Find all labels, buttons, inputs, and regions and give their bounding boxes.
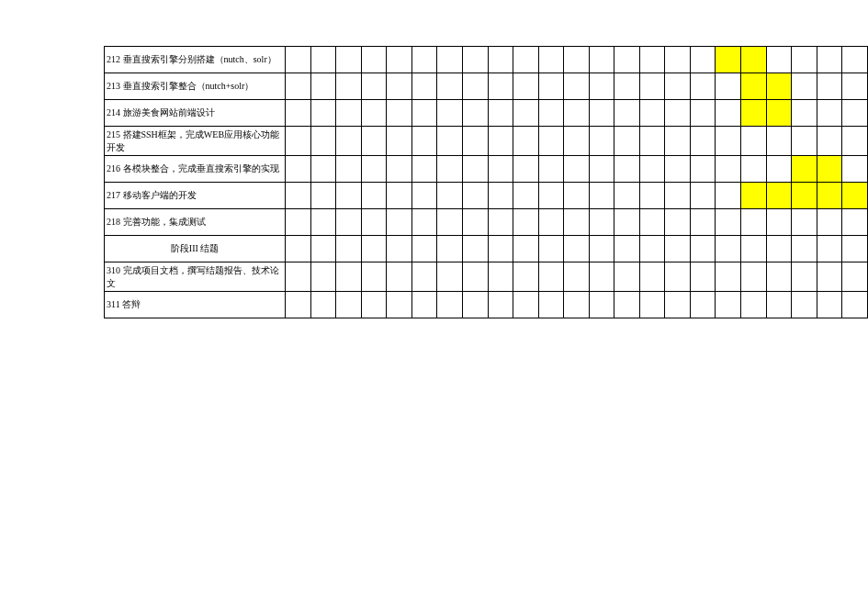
cell: [589, 292, 614, 318]
cell: [740, 156, 766, 183]
cell: [310, 73, 336, 100]
cell: [665, 100, 691, 127]
cell: [690, 47, 716, 73]
cell: [336, 73, 362, 100]
cell: [538, 156, 564, 183]
cell: [387, 73, 412, 100]
cell: [614, 209, 640, 236]
cell: [310, 183, 336, 209]
cell: [513, 127, 539, 156]
cell: [538, 292, 564, 318]
cell: [639, 100, 665, 127]
cell: [690, 183, 716, 209]
table-row: 310 完成项目文档，撰写结题报告、技术论文: [105, 262, 868, 292]
cell: [817, 100, 842, 127]
cell: [336, 47, 362, 73]
cell: [792, 209, 817, 236]
cell: [766, 236, 792, 262]
cell-highlight: [740, 100, 766, 127]
cell: [361, 292, 387, 318]
cell-highlight: [842, 183, 868, 209]
cell: [716, 236, 741, 262]
cell: [690, 73, 716, 100]
cell: [792, 73, 817, 100]
cell: [411, 156, 437, 183]
cell: [614, 292, 640, 318]
table-row: 阶段III 结题: [105, 236, 868, 262]
cell: [286, 100, 311, 127]
cell: [716, 100, 741, 127]
cell-highlight: [766, 100, 792, 127]
cell: [387, 127, 412, 156]
cell: [817, 292, 842, 318]
cell: [716, 262, 741, 292]
cell: [614, 262, 640, 292]
cell: [437, 127, 463, 156]
cell: [462, 47, 488, 73]
cell: [387, 262, 412, 292]
cell: [589, 183, 614, 209]
cell: [538, 73, 564, 100]
cell: [513, 47, 539, 73]
cell: [336, 100, 362, 127]
cell: [310, 262, 336, 292]
task-label-217: 217 移动客户端的开发: [105, 183, 286, 209]
cell: [513, 292, 539, 318]
cell: [665, 236, 691, 262]
cell: [665, 209, 691, 236]
cell: [361, 100, 387, 127]
cell: [639, 47, 665, 73]
cell: [387, 183, 412, 209]
cell: [488, 47, 513, 73]
cell: [766, 292, 792, 318]
cell: [310, 236, 336, 262]
cell: [286, 262, 311, 292]
cell: [564, 183, 590, 209]
cell: [842, 47, 868, 73]
cell: [361, 47, 387, 73]
cell: [387, 156, 412, 183]
cell: [665, 47, 691, 73]
cell: [513, 236, 539, 262]
cell: [286, 292, 311, 318]
cell: [361, 127, 387, 156]
cell: [411, 236, 437, 262]
cell: [310, 127, 336, 156]
cell: [437, 183, 463, 209]
cell: [462, 183, 488, 209]
cell: [842, 100, 868, 127]
cell-highlight: [740, 73, 766, 100]
cell: [639, 292, 665, 318]
cell: [639, 73, 665, 100]
cell: [286, 183, 311, 209]
cell: [564, 73, 590, 100]
cell: [462, 73, 488, 100]
table-row: 215 搭建SSH框架，完成WEB应用核心功能开发: [105, 127, 868, 156]
cell: [488, 73, 513, 100]
cell: [538, 127, 564, 156]
cell: [286, 236, 311, 262]
cell: [462, 262, 488, 292]
cell: [564, 209, 590, 236]
cell: [488, 183, 513, 209]
cell-highlight: [716, 47, 741, 73]
cell: [488, 292, 513, 318]
cell: [437, 100, 463, 127]
cell-highlight: [740, 47, 766, 73]
cell: [513, 262, 539, 292]
cell: [817, 262, 842, 292]
cell: [336, 209, 362, 236]
cell: [564, 127, 590, 156]
cell: [690, 236, 716, 262]
table-row: 311 答辩: [105, 292, 868, 318]
cell: [716, 209, 741, 236]
table-row: 212 垂直搜索引擎分别搭建（nutch、solr）: [105, 47, 868, 73]
task-label-213: 213 垂直搜索引擎整合（nutch+solr）: [105, 73, 286, 100]
cell: [690, 100, 716, 127]
cell: [437, 156, 463, 183]
cell: [665, 262, 691, 292]
cell: [614, 236, 640, 262]
cell: [361, 183, 387, 209]
cell: [716, 127, 741, 156]
gantt-table: 212 垂直搜索引擎分别搭建（nutch、solr）: [104, 46, 868, 318]
